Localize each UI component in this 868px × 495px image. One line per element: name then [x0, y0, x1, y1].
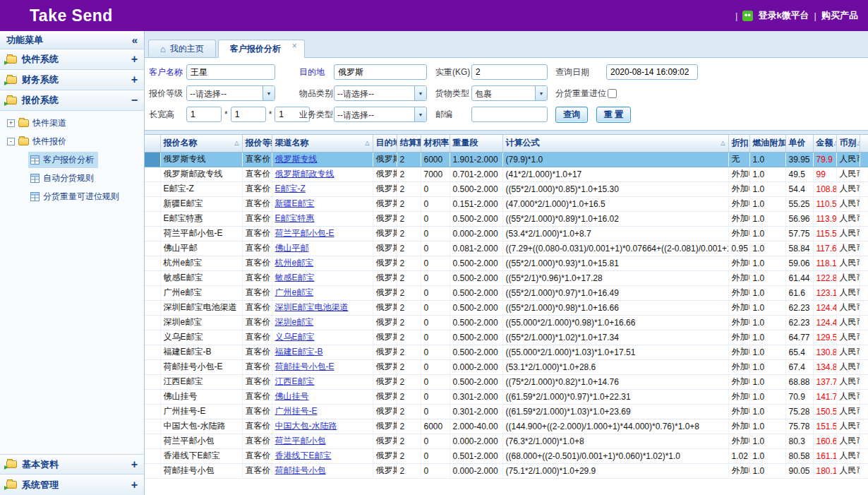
tab-customer-quote-analysis[interactable]: 客户报价分析 ×: [218, 40, 305, 58]
column-header-currency[interactable]: 币别△: [836, 135, 860, 152]
table-row[interactable]: 江西E邮宝直客价江西E邮宝俄罗斯200.500-2.000((75*2/1.00…: [145, 374, 868, 389]
channel-link[interactable]: 义乌E邮宝: [275, 332, 315, 342]
buy-product-link[interactable]: 购买产品: [821, 9, 858, 22]
tree-node-express-quote[interactable]: - 快件报价: [0, 132, 144, 150]
column-header-weight-range[interactable]: 重量段: [450, 135, 502, 152]
expand-icon[interactable]: +: [131, 73, 138, 86]
split-weight-carry-checkbox[interactable]: [608, 89, 617, 98]
login-kwei-link[interactable]: 登录k微平台: [758, 9, 809, 22]
table-row[interactable]: 佛山平邮直客价佛山平邮俄罗斯200.081-2.000((7.29+((0.08…: [145, 241, 868, 256]
table-row[interactable]: E邮宝-Z直客价E邮宝-Z俄罗斯200.500-2.000((55*2/1.00…: [145, 181, 868, 196]
tree-expand-icon[interactable]: +: [7, 119, 15, 127]
column-header-amount[interactable]: 金额△: [813, 135, 836, 152]
table-row[interactable]: E邮宝特惠直客价E邮宝特惠俄罗斯200.500-2.000((55*2/1.00…: [145, 211, 868, 226]
table-row[interactable]: 荷邮挂号小包直客价荷邮挂号小包俄罗斯200.000-2.000(75.1*2/1…: [145, 463, 868, 478]
table-row[interactable]: 杭州e邮宝直客价杭州e邮宝俄罗斯200.500-2.000((55*2/1.00…: [145, 256, 868, 270]
table-row[interactable]: 俄罗斯邮政专线直客价俄罗斯邮政专线俄罗斯270000.701-2.000(41*…: [145, 167, 868, 181]
channel-link[interactable]: 荷邮挂号小包: [275, 465, 326, 475]
table-row[interactable]: 深圳E邮宝电池渠道直客价深圳E邮宝电池渠道俄罗斯200.500-2.000((5…: [145, 300, 868, 315]
channel-link[interactable]: 江西E邮宝: [275, 376, 315, 386]
expand-icon[interactable]: +: [131, 53, 138, 66]
channel-link[interactable]: 荷邮挂号小包-E: [275, 362, 334, 371]
table-row[interactable]: 佛山挂号直客价佛山挂号俄罗斯200.301-2.000((61.59*2/1.0…: [145, 389, 868, 404]
table-row[interactable]: 荷兰平邮小包直客价荷兰平邮小包俄罗斯200.000-2.000(76.3*2/1…: [145, 434, 868, 448]
tree-node-express-channel[interactable]: + 快件渠道: [0, 114, 144, 132]
column-header-volume-ratio[interactable]: 材积率: [421, 135, 450, 152]
cell-filler: [860, 419, 868, 434]
table-row[interactable]: 荷邮挂号小包-E直客价荷邮挂号小包-E俄罗斯200.000-2.000(53.1…: [145, 359, 868, 374]
business-type-select[interactable]: --请选择-- ▼: [334, 107, 427, 122]
table-row[interactable]: 新疆E邮宝直客价新疆E邮宝俄罗斯200.151-2.000(47.000*2/1…: [145, 196, 868, 211]
reset-button[interactable]: 重 置: [596, 107, 631, 123]
sidebar-section-basic-data[interactable]: 基本资料 +: [0, 454, 144, 475]
close-tab-icon[interactable]: ×: [292, 41, 297, 51]
dropdown-arrow-icon[interactable]: ▼: [263, 86, 275, 100]
channel-link[interactable]: 深圳e邮宝: [275, 317, 314, 327]
table-row[interactable]: 广州挂号-E直客价广州挂号-E俄罗斯200.301-2.000((61.59*2…: [145, 404, 868, 419]
search-button[interactable]: 查询: [555, 107, 588, 123]
table-row[interactable]: 福建E邮宝-B直客价福建E邮宝-B俄罗斯200.500-2.000((55.00…: [145, 345, 868, 359]
query-date-input[interactable]: [606, 64, 698, 80]
channel-link[interactable]: 敏感E邮宝: [275, 273, 315, 282]
collapse-icon[interactable]: −: [131, 94, 138, 107]
channel-link[interactable]: 深圳E邮宝电池渠道: [275, 302, 349, 312]
channel-link[interactable]: E邮宝-Z: [275, 184, 306, 193]
expand-icon[interactable]: +: [131, 458, 138, 471]
postcode-input[interactable]: [471, 107, 548, 122]
column-header-settle-weight[interactable]: 结算重量: [397, 135, 421, 152]
table-row[interactable]: 广州e邮宝直客价广州e邮宝俄罗斯200.500-2.000((55*2/1.00…: [145, 285, 868, 300]
column-header-quote-name[interactable]: 报价名称△: [160, 135, 242, 152]
table-row[interactable]: 俄罗斯专线直客价俄罗斯专线俄罗斯260001.901-2.000(79.9)*1…: [145, 152, 868, 167]
channel-link[interactable]: E邮宝特惠: [275, 213, 315, 223]
cargo-type-select[interactable]: 包裹 ▼: [471, 85, 548, 101]
column-header-channel-name[interactable]: 渠道名称△: [272, 135, 373, 152]
sidebar-section-quote-system[interactable]: 报价系统 −: [0, 90, 144, 111]
customer-name-input[interactable]: [186, 64, 275, 80]
table-row[interactable]: 中国大包-水陆路直客价中国大包-水陆路俄罗斯260002.000-40.00((…: [145, 419, 868, 434]
dropdown-arrow-icon[interactable]: ▼: [414, 107, 426, 121]
column-header-fuel-surcharge[interactable]: 燃油附加费: [749, 135, 785, 152]
column-header-formula[interactable]: 计算公式△: [502, 135, 728, 152]
channel-link[interactable]: 俄罗斯邮政专线: [275, 169, 334, 179]
table-row[interactable]: 义乌E邮宝直客价义乌E邮宝俄罗斯200.500-2.000((55*2/1.00…: [145, 330, 868, 345]
tab-my-homepage[interactable]: ⌂ 我的主页: [148, 40, 216, 57]
channel-link[interactable]: 广州e邮宝: [275, 287, 314, 297]
destination-input[interactable]: [334, 64, 427, 80]
channel-link[interactable]: 新疆E邮宝: [275, 198, 315, 208]
length-input[interactable]: [186, 107, 222, 122]
actual-weight-input[interactable]: [471, 64, 548, 80]
table-row[interactable]: 荷兰平邮小包-E直客价荷兰平邮小包-E俄罗斯200.000-2.000(53.4…: [145, 226, 868, 241]
table-row[interactable]: 敏感E邮宝直客价敏感E邮宝俄罗斯200.500-2.000((55*2/1)*0…: [145, 270, 868, 285]
item-category-select[interactable]: --请选择-- ▼: [334, 85, 427, 101]
channel-link[interactable]: 香港线下E邮宝: [275, 451, 332, 460]
tree-leaf-split-weight-carry-rule[interactable]: 分货重量可进位规则: [0, 187, 144, 205]
cell-formula: (53.4*2/1.000)*1.0+8.7: [502, 226, 728, 241]
channel-link[interactable]: 俄罗斯专线: [275, 154, 318, 164]
channel-link[interactable]: 佛山挂号: [275, 391, 309, 401]
quote-level-select[interactable]: --请选择-- ▼: [186, 85, 275, 101]
column-header-destination[interactable]: 目的地: [373, 135, 397, 152]
channel-link[interactable]: 中国大包-水陆路: [275, 421, 337, 431]
width-input[interactable]: [231, 107, 266, 122]
table-row[interactable]: 深圳e邮宝直客价深圳e邮宝俄罗斯200.500-2.000((55.000*2/…: [145, 315, 868, 330]
column-header-discount[interactable]: 折扣△: [728, 135, 749, 152]
tree-leaf-customer-quote-analysis[interactable]: 客户报价分析: [0, 150, 144, 169]
tree-collapse-icon[interactable]: -: [7, 138, 15, 145]
collapse-sidebar-icon[interactable]: «: [132, 34, 138, 46]
channel-link[interactable]: 荷兰平邮小包-E: [275, 228, 334, 238]
dropdown-arrow-icon[interactable]: ▼: [535, 86, 547, 100]
channel-link[interactable]: 广州挂号-E: [275, 406, 318, 416]
expand-icon[interactable]: +: [131, 479, 138, 491]
table-row[interactable]: 香港线下E邮宝直客价香港线下E邮宝俄罗斯200.501-2.000((68.00…: [145, 448, 868, 463]
channel-link[interactable]: 杭州e邮宝: [275, 258, 314, 268]
channel-link[interactable]: 福建E邮宝-B: [275, 347, 323, 357]
sidebar-section-express-system[interactable]: 快件系统 +: [0, 49, 144, 70]
sidebar-section-finance-system[interactable]: 财务系统 +: [0, 70, 144, 90]
column-header-quote-level[interactable]: 报价等级: [242, 135, 272, 152]
sidebar-section-system-admin[interactable]: 系统管理 +: [0, 475, 144, 495]
channel-link[interactable]: 荷兰平邮小包: [275, 436, 326, 446]
dropdown-arrow-icon[interactable]: ▼: [414, 86, 426, 100]
column-header-unit-price[interactable]: 单价: [785, 135, 813, 152]
channel-link[interactable]: 佛山平邮: [275, 243, 309, 253]
tree-leaf-auto-split-rule[interactable]: 自动分货规则: [0, 169, 144, 187]
